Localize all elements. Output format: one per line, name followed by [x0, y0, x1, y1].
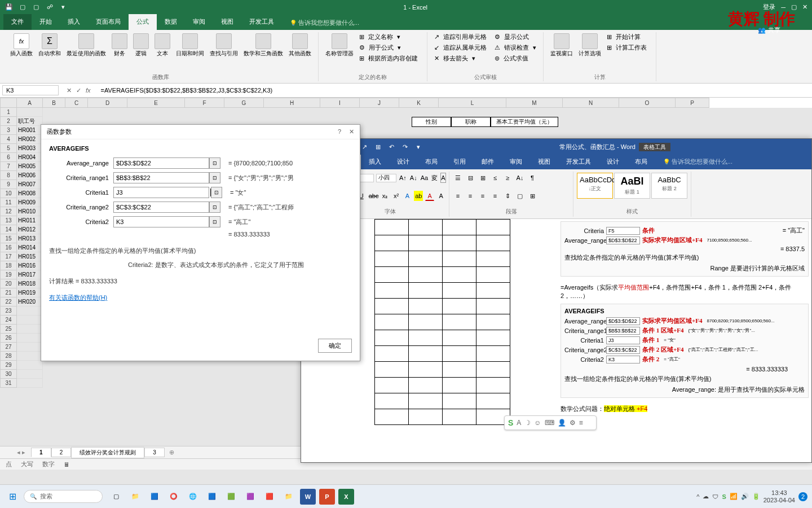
tab-design[interactable]: 设计: [389, 155, 417, 169]
row-header[interactable]: 3: [0, 126, 17, 135]
enter-icon[interactable]: ✓: [76, 87, 81, 94]
define-name-button[interactable]: ⊞ 定义名称 ▾: [357, 32, 422, 42]
tray-sogou-icon[interactable]: S: [722, 493, 726, 500]
dialog-close-icon[interactable]: ✕: [349, 128, 354, 135]
row-header[interactable]: 26: [0, 334, 17, 343]
new-sheet-icon[interactable]: ⊕: [169, 449, 174, 456]
explorer-icon[interactable]: 📁: [127, 489, 143, 505]
col-header[interactable]: C: [65, 98, 88, 108]
taskbar-search[interactable]: 🔍 搜索: [24, 490, 103, 503]
ok-button[interactable]: 确定: [318, 339, 352, 353]
explorer-running-icon[interactable]: 📁: [281, 489, 297, 505]
trace-precedents-button[interactable]: ↗ 追踪引用单元格: [432, 32, 491, 42]
col-header[interactable]: M: [506, 98, 563, 108]
borders-icon[interactable]: ⊞: [527, 191, 537, 201]
financial-button[interactable]: 财务: [109, 32, 130, 58]
qat-icon[interactable]: ↗: [360, 142, 369, 151]
calc-now-button[interactable]: ⊞ 开始计算: [604, 32, 651, 42]
app-icon[interactable]: 🟦: [147, 489, 162, 505]
logical-button[interactable]: 逻辑: [131, 32, 151, 58]
style-item[interactable]: AaBbC标题 2: [651, 173, 687, 199]
row-header[interactable]: 12: [0, 207, 17, 216]
superscript-button[interactable]: x²: [392, 191, 401, 201]
char-shading-icon[interactable]: A: [436, 191, 445, 201]
start-button[interactable]: ⊞: [5, 489, 20, 505]
row-header[interactable]: 14: [0, 225, 17, 234]
col-header[interactable]: A: [17, 98, 43, 108]
recent-button[interactable]: 最近使用的函数: [64, 32, 108, 58]
tray-clock[interactable]: 13:43 2023-04-04: [764, 489, 795, 504]
range-picker-icon[interactable]: ⊡: [209, 172, 220, 183]
ime-user-icon[interactable]: 👤: [558, 419, 566, 427]
bullets-icon[interactable]: ☰: [453, 173, 463, 183]
datetime-button[interactable]: 日期和时间: [174, 32, 206, 58]
name-box[interactable]: [2, 85, 59, 95]
task-view-icon[interactable]: ▢: [108, 489, 124, 505]
tab-dev[interactable]: 开发工具: [241, 14, 282, 30]
phonetic-icon[interactable]: 変: [431, 173, 438, 183]
row-header[interactable]: 22: [0, 297, 17, 306]
row-header[interactable]: 9: [0, 180, 17, 189]
evaluate-formula-button[interactable]: ⊚ 公式求值: [492, 54, 539, 63]
row-header[interactable]: 20: [0, 279, 17, 288]
wechat-icon[interactable]: 🟩: [223, 489, 239, 505]
row-header[interactable]: 29: [0, 361, 17, 370]
ime-keyboard-icon[interactable]: ⌨: [545, 419, 554, 427]
col-header[interactable]: F: [185, 98, 224, 108]
function-help-link[interactable]: 有关该函数的帮助(H): [49, 294, 107, 301]
row-header[interactable]: 21: [0, 288, 17, 297]
ime-moon-icon[interactable]: ☽: [524, 419, 531, 427]
arg-input[interactable]: [113, 216, 209, 227]
other-button[interactable]: 其他函数: [286, 32, 314, 58]
row-header[interactable]: 23: [0, 306, 17, 316]
row-header[interactable]: 7: [0, 162, 17, 171]
row-header[interactable]: 25: [0, 325, 17, 334]
qat-icon[interactable]: ⊞: [373, 142, 382, 151]
name-manager-button[interactable]: 名称管理器: [323, 32, 356, 63]
col-header[interactable]: G: [224, 98, 264, 108]
watch-window-button[interactable]: 监视窗口: [548, 32, 575, 58]
tab-review[interactable]: 审阅: [185, 14, 213, 30]
col-header[interactable]: J: [360, 98, 399, 108]
col-header[interactable]: E: [127, 98, 185, 108]
ime-mode-icon[interactable]: A: [517, 419, 521, 427]
qat-icon[interactable]: ▢: [32, 3, 41, 12]
row-header[interactable]: 1: [0, 108, 17, 117]
style-item[interactable]: AaBbCcDd↓正文: [577, 173, 613, 199]
row-header[interactable]: 17: [0, 252, 17, 261]
increase-font-icon[interactable]: A↑: [399, 173, 407, 183]
undo-icon[interactable]: ↶: [387, 142, 396, 151]
text-effects-icon[interactable]: A: [403, 191, 412, 201]
row-header[interactable]: 13: [0, 216, 17, 225]
formula-input[interactable]: =AVERAGEIFS($D$3:$D$22,$B$3:$B$22,J3,$C$…: [96, 86, 812, 95]
tab-tell-me[interactable]: 💡 告诉我您想要做什么...: [655, 155, 740, 169]
range-picker-icon[interactable]: ⊡: [209, 202, 220, 213]
word-table[interactable]: [374, 219, 510, 425]
align-right-icon[interactable]: ≡: [478, 191, 488, 201]
col-header[interactable]: I: [320, 98, 360, 108]
arg-input[interactable]: [113, 187, 209, 198]
edge-icon[interactable]: 🌐: [185, 489, 201, 505]
col-header[interactable]: O: [619, 98, 676, 108]
tab-insert[interactable]: 插入: [60, 14, 88, 30]
tab-table-design[interactable]: 设计: [599, 155, 627, 169]
tab-insert[interactable]: 插入: [361, 155, 389, 169]
row-header[interactable]: 10: [0, 189, 17, 198]
row-header[interactable]: 24: [0, 316, 17, 325]
fx-icon[interactable]: fx: [86, 87, 91, 94]
ime-menu-icon[interactable]: ≡: [579, 419, 583, 427]
tab-mail[interactable]: 邮件: [474, 155, 502, 169]
range-picker-icon[interactable]: ⊡: [211, 187, 222, 198]
select-all-corner[interactable]: [0, 98, 17, 108]
arg-input[interactable]: [113, 202, 209, 213]
app-icon[interactable]: ⭕: [166, 489, 182, 505]
save-icon[interactable]: 💾: [5, 3, 14, 12]
font-size-select[interactable]: [376, 174, 396, 182]
word-icon[interactable]: W: [300, 489, 316, 505]
row-header[interactable]: 6: [0, 153, 17, 162]
calc-options-button[interactable]: 计算选项: [576, 32, 603, 58]
calc-sheet-button[interactable]: ⊞ 计算工作表: [604, 43, 651, 52]
range-picker-icon[interactable]: ⊡: [209, 216, 220, 227]
app-icon[interactable]: 🟥: [262, 489, 277, 505]
tab-data[interactable]: 数据: [157, 14, 185, 30]
